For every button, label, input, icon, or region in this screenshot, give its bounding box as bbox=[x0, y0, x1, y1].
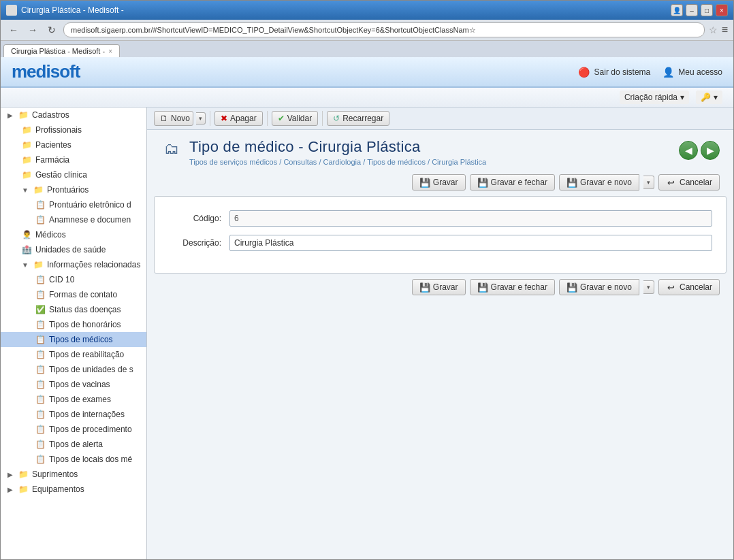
sidebar-item-tipos-vacinas[interactable]: 📋 Tipos de vacinas bbox=[1, 377, 146, 392]
doc-icon: 📋 bbox=[35, 215, 46, 225]
title-bar-left: Cirurgia Plástica - Medisoft - bbox=[6, 5, 124, 16]
gravar-fechar-button-top[interactable]: 💾 Gravar e fechar bbox=[470, 174, 555, 191]
sidebar-label: Profissionais bbox=[35, 125, 82, 135]
sidebar-item-cid-10[interactable]: 📋 CID 10 bbox=[1, 272, 146, 287]
gravar-novo-dropdown-top[interactable]: ▾ bbox=[643, 176, 654, 189]
sidebar-item-tipos-procedimentos[interactable]: 📋 Tipos de procedimento bbox=[1, 422, 146, 437]
close-button[interactable]: × bbox=[716, 4, 728, 16]
separator-2 bbox=[267, 111, 268, 126]
folder-icon: 📁 bbox=[18, 470, 29, 479]
sidebar-label: Tipos de internações bbox=[49, 410, 125, 419]
sidebar-item-tipos-unidades[interactable]: 📋 Tipos de unidades de s bbox=[1, 362, 146, 377]
breadcrumb-consultas[interactable]: Consultas bbox=[283, 158, 317, 166]
sidebar-item-equipamentos[interactable]: ▶ 📁 Equipamentos bbox=[1, 482, 146, 497]
sidebar-item-status-doencas[interactable]: ✅ Status das doenças bbox=[1, 302, 146, 317]
sidebar-item-suprimentos[interactable]: ▶ 📁 Suprimentos bbox=[1, 467, 146, 482]
app-header: medisoft 🔴 Sair do sistema 👤 Meu acesso bbox=[1, 57, 733, 88]
breadcrumb: Tipos de serviços médicos / Consultas / … bbox=[189, 158, 486, 166]
sidebar-item-prontuarios[interactable]: ▼ 📁 Prontuários bbox=[1, 182, 146, 197]
sidebar-item-medicos[interactable]: 👨‍⚕️ Médicos bbox=[1, 227, 146, 242]
next-record-button[interactable]: ▶ bbox=[701, 141, 720, 160]
main-area: ▶ 📁 Cadastros 📁 Profissionais 📁 Paciente… bbox=[1, 108, 733, 559]
sidebar-item-cadastros[interactable]: ▶ 📁 Cadastros bbox=[1, 108, 146, 122]
breadcrumb-tipos-servicos[interactable]: Tipos de serviços médicos bbox=[189, 158, 277, 166]
back-button[interactable]: ← bbox=[6, 22, 21, 37]
sidebar-item-tipos-honorarios[interactable]: 📋 Tipos de honorários bbox=[1, 317, 146, 332]
sidebar-item-tipos-reabilitacao[interactable]: 📋 Tipos de reabilitação bbox=[1, 347, 146, 362]
codigo-row: Código: bbox=[168, 210, 712, 227]
sidebar-item-gestao-clinica[interactable]: 📁 Gestão clínica bbox=[1, 167, 146, 182]
sidebar-item-farmacia[interactable]: 📁 Farmácia bbox=[1, 152, 146, 167]
sidebar-item-tipos-medicos[interactable]: 📋 Tipos de médicos bbox=[1, 332, 146, 347]
codigo-input[interactable] bbox=[229, 210, 712, 227]
title-bar: Cirurgia Plástica - Medisoft - 👤 – □ × bbox=[1, 1, 733, 20]
sidebar-item-tipos-alerta[interactable]: 📋 Tipos de alerta bbox=[1, 437, 146, 452]
content-panel: 🗋 Novo ▾ ✖ Apagar ✔ Validar ↺ Recarregar bbox=[147, 108, 733, 559]
main-window: Cirurgia Plástica - Medisoft - 👤 – □ × ←… bbox=[0, 0, 734, 560]
sidebar-item-tipos-internacoes[interactable]: 📋 Tipos de internações bbox=[1, 407, 146, 422]
sidebar-item-tipos-locais[interactable]: 📋 Tipos de locais dos mé bbox=[1, 452, 146, 467]
sidebar-label: Prontuários bbox=[47, 185, 89, 195]
forward-button[interactable]: → bbox=[25, 22, 40, 37]
doc-icon: 📋 bbox=[35, 275, 46, 284]
window-title: Cirurgia Plástica - Medisoft - bbox=[21, 5, 124, 15]
toolbar: 🗋 Novo ▾ ✖ Apagar ✔ Validar ↺ Recarregar bbox=[147, 108, 733, 130]
gravar-novo-button-top[interactable]: 💾 Gravar e novo bbox=[559, 174, 639, 191]
tab-close-icon[interactable]: × bbox=[108, 48, 112, 55]
novo-button[interactable]: 🗋 Novo bbox=[154, 111, 193, 126]
sair-button[interactable]: 🔴 Sair do sistema bbox=[577, 67, 651, 78]
gravar-novo-dropdown-bottom[interactable]: ▾ bbox=[643, 280, 654, 294]
meu-acesso-button[interactable]: 👤 Meu acesso bbox=[661, 67, 722, 78]
validar-button[interactable]: ✔ Validar bbox=[272, 111, 318, 126]
user-button[interactable]: 👤 bbox=[671, 4, 683, 16]
profile-button[interactable]: 🔑 ▾ bbox=[696, 90, 722, 104]
prev-record-button[interactable]: ◀ bbox=[679, 141, 698, 160]
sidebar-item-profissionais[interactable]: 📁 Profissionais bbox=[1, 122, 146, 137]
sidebar-item-unidades-saude[interactable]: 🏥 Unidades de saúde bbox=[1, 242, 146, 257]
sidebar-label: Cadastros bbox=[32, 110, 69, 120]
maximize-button[interactable]: □ bbox=[701, 4, 713, 16]
novo-label: Novo bbox=[171, 114, 190, 123]
breadcrumb-cardiologia[interactable]: Cardiologia bbox=[323, 158, 362, 166]
gravar-novo-button-bottom[interactable]: 💾 Gravar e novo bbox=[559, 279, 639, 295]
cancelar-button-top[interactable]: ↩ Cancelar bbox=[658, 174, 720, 191]
recarregar-button[interactable]: ↺ Recarregar bbox=[327, 111, 389, 126]
active-tab[interactable]: Cirurgia Plástica - Medisoft - × bbox=[3, 44, 120, 57]
sidebar-label: Farmácia bbox=[35, 155, 69, 165]
cancelar-button-bottom[interactable]: ↩ Cancelar bbox=[658, 279, 720, 295]
gravar-button-top[interactable]: 💾 Gravar bbox=[412, 174, 466, 191]
breadcrumb-tipos-medicos[interactable]: Tipos de médicos bbox=[367, 158, 426, 166]
sidebar-item-tipos-exames[interactable]: 📋 Tipos de exames bbox=[1, 392, 146, 407]
doc-icon: 📋 bbox=[35, 425, 46, 434]
folder-icon: 📁 bbox=[21, 125, 32, 135]
separator-1 bbox=[210, 111, 210, 126]
doc-icon: 📋 bbox=[35, 365, 46, 374]
novo-dropdown-arrow[interactable]: ▾ bbox=[196, 112, 206, 125]
header-actions: 🔴 Sair do sistema 👤 Meu acesso bbox=[577, 67, 722, 78]
cancelar-label-bottom: Cancelar bbox=[680, 282, 712, 292]
menu-icon[interactable]: ≡ bbox=[722, 24, 728, 36]
address-bar[interactable] bbox=[63, 22, 705, 37]
doc-icon: 📋 bbox=[35, 200, 46, 210]
sidebar-item-informacoes-relacionadas[interactable]: ▼ 📁 Informações relacionadas bbox=[1, 257, 146, 272]
sidebar-label: Anamnese e documen bbox=[49, 215, 131, 225]
sair-label: Sair do sistema bbox=[594, 67, 651, 77]
profile-icon: 🔑 bbox=[701, 93, 711, 102]
chevron-icon: ▶ bbox=[6, 470, 14, 478]
refresh-button[interactable]: ↻ bbox=[44, 22, 59, 37]
gravar-fechar-button-bottom[interactable]: 💾 Gravar e fechar bbox=[470, 279, 555, 295]
minimize-button[interactable]: – bbox=[686, 4, 698, 16]
sidebar-item-pacientes[interactable]: 📁 Pacientes bbox=[1, 137, 146, 152]
gravar-label-bottom: Gravar bbox=[433, 282, 458, 292]
sidebar-item-prontuario-eletronico[interactable]: 📋 Prontuário eletrônico d bbox=[1, 197, 146, 212]
criacao-rapida-button[interactable]: Criação rápida ▾ bbox=[620, 90, 689, 104]
sidebar-item-formas-contato[interactable]: 📋 Formas de contato bbox=[1, 287, 146, 302]
sidebar-item-anamnese[interactable]: 📋 Anamnese e documen bbox=[1, 212, 146, 227]
bookmark-icon[interactable]: ☆ bbox=[709, 24, 718, 35]
sidebar-label: Prontuário eletrônico d bbox=[49, 200, 131, 210]
descricao-input[interactable] bbox=[229, 235, 712, 251]
chevron-down-icon: ▼ bbox=[21, 261, 29, 269]
apagar-button[interactable]: ✖ Apagar bbox=[214, 111, 263, 126]
sidebar-label: Tipos de reabilitação bbox=[49, 350, 124, 359]
gravar-button-bottom[interactable]: 💾 Gravar bbox=[412, 279, 466, 295]
